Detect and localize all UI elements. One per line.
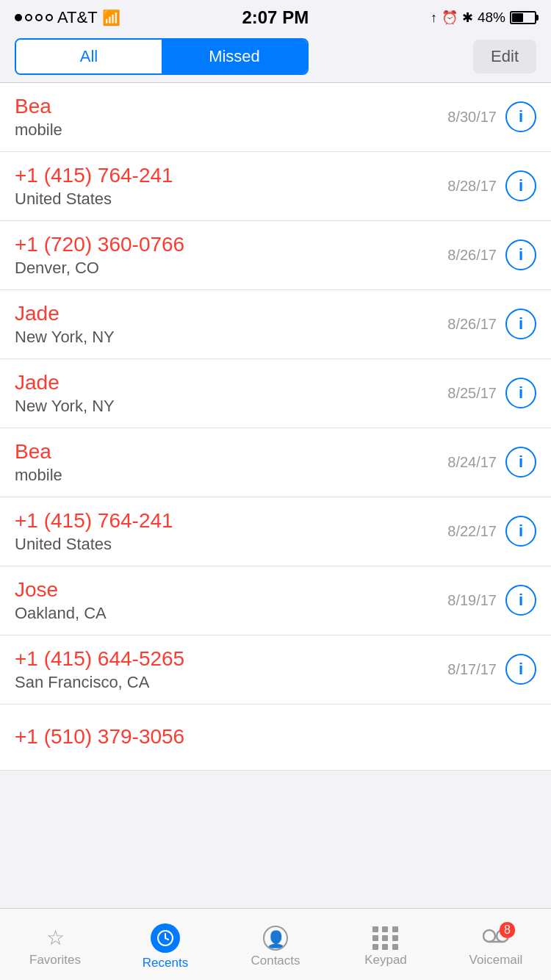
call-date: 8/25/17 xyxy=(447,385,497,402)
call-meta: 8/28/17 i xyxy=(447,170,536,201)
call-name: Jose xyxy=(15,577,447,603)
call-name: +1 (415) 764-241 xyxy=(15,508,447,534)
call-info: Bea mobile xyxy=(15,439,447,486)
voicemail-badge: 8 xyxy=(500,922,515,938)
call-meta: 8/22/17 i xyxy=(447,516,536,547)
call-meta: 8/30/17 i xyxy=(447,101,536,132)
call-date: 8/19/17 xyxy=(447,592,497,609)
tab-contacts[interactable]: 👤 Contacts xyxy=(220,921,331,968)
call-meta: 8/26/17 i xyxy=(447,239,536,270)
call-name: Bea xyxy=(15,93,447,120)
call-name: +1 (510) 379-3056 xyxy=(15,724,536,750)
call-sub: United States xyxy=(15,534,447,555)
call-info: +1 (415) 764-241 United States xyxy=(15,508,447,555)
info-button[interactable]: i xyxy=(505,654,536,685)
svg-line-2 xyxy=(165,938,168,940)
signal-dots xyxy=(15,14,53,21)
bluetooth-icon: ✱ xyxy=(462,10,473,26)
call-item[interactable]: Jade New York, NY 8/25/17 i xyxy=(0,359,551,428)
call-info: +1 (510) 379-3056 xyxy=(15,724,536,750)
call-item[interactable]: Bea mobile 8/30/17 i xyxy=(0,83,551,152)
call-item[interactable]: +1 (720) 360-0766 Denver, CO 8/26/17 i xyxy=(0,221,551,290)
tab-favorites[interactable]: ☆ Favorites xyxy=(0,921,110,968)
edit-button[interactable]: Edit xyxy=(473,40,536,73)
segmented-control[interactable]: All Missed xyxy=(15,38,309,75)
location-icon: ↑ xyxy=(431,10,437,26)
battery-icon xyxy=(510,11,536,24)
tab-contacts-label: Contacts xyxy=(251,954,300,968)
contacts-person-icon: 👤 xyxy=(263,926,288,951)
alarm-icon: ⏰ xyxy=(442,10,458,26)
tab-recents[interactable]: Recents xyxy=(110,919,220,970)
call-meta: 8/17/17 i xyxy=(447,654,536,685)
call-info: Jade New York, NY xyxy=(15,370,447,417)
call-item[interactable]: +1 (415) 644-5265 San Francisco, CA 8/17… xyxy=(0,635,551,705)
battery-percent: 48% xyxy=(478,10,505,26)
call-meta: 8/24/17 i xyxy=(447,447,536,478)
call-info: Bea mobile xyxy=(15,93,447,141)
call-date: 8/24/17 xyxy=(447,454,497,471)
svg-point-3 xyxy=(483,930,495,942)
tab-voicemail[interactable]: 8 Voicemail xyxy=(441,922,551,968)
status-left: AT&T 📶 xyxy=(15,8,120,27)
call-name: +1 (415) 764-241 xyxy=(15,162,447,189)
call-info: +1 (415) 644-5265 San Francisco, CA xyxy=(15,646,447,693)
call-item[interactable]: Bea mobile 8/24/17 i xyxy=(0,428,551,497)
call-sub: Oakland, CA xyxy=(15,603,447,624)
status-right: ↑ ⏰ ✱ 48% xyxy=(431,10,536,26)
info-button[interactable]: i xyxy=(505,101,536,132)
call-info: Jade New York, NY xyxy=(15,300,447,348)
tab-bar: ☆ Favorites Recents 👤 Contacts Keypad xyxy=(0,908,551,980)
call-date: 8/22/17 xyxy=(447,523,497,540)
person-icon: 👤 xyxy=(266,930,286,949)
call-name: Jade xyxy=(15,370,447,396)
call-sub: San Francisco, CA xyxy=(15,672,447,693)
tab-keypad[interactable]: Keypad xyxy=(331,922,441,968)
call-item[interactable]: +1 (415) 764-241 United States 8/28/17 i xyxy=(0,152,551,221)
info-button[interactable]: i xyxy=(505,309,536,339)
missed-filter-button[interactable]: Missed xyxy=(162,40,307,73)
call-info: +1 (415) 764-241 United States xyxy=(15,162,447,210)
call-item[interactable]: Jade New York, NY 8/26/17 i xyxy=(0,290,551,359)
call-meta: 8/19/17 i xyxy=(447,585,536,616)
all-filter-button[interactable]: All xyxy=(16,40,162,73)
tab-voicemail-label: Voicemail xyxy=(469,953,523,968)
call-date: 8/26/17 xyxy=(447,316,497,333)
signal-dot-1 xyxy=(15,14,22,21)
call-sub: mobile xyxy=(15,120,447,141)
call-name: +1 (720) 360-0766 xyxy=(15,231,447,258)
info-button[interactable]: i xyxy=(505,516,536,547)
call-sub: New York, NY xyxy=(15,327,447,348)
signal-dot-4 xyxy=(46,14,53,21)
info-button[interactable]: i xyxy=(505,585,536,616)
favorites-star-icon: ☆ xyxy=(46,926,65,950)
call-sub: New York, NY xyxy=(15,396,447,417)
call-date: 8/17/17 xyxy=(447,661,497,678)
signal-dot-3 xyxy=(35,14,43,21)
call-item[interactable]: +1 (510) 379-3056 xyxy=(0,705,551,771)
call-info: Jose Oakland, CA xyxy=(15,577,447,624)
call-item[interactable]: +1 (415) 764-241 United States 8/22/17 i xyxy=(0,497,551,566)
info-button[interactable]: i xyxy=(505,447,536,478)
call-date: 8/28/17 xyxy=(447,178,497,195)
info-button[interactable]: i xyxy=(505,239,536,270)
call-name: +1 (415) 644-5265 xyxy=(15,646,447,672)
signal-dot-2 xyxy=(25,14,32,21)
call-list: Bea mobile 8/30/17 i +1 (415) 764-241 Un… xyxy=(0,83,551,771)
info-button[interactable]: i xyxy=(505,378,536,408)
recents-clock-icon xyxy=(151,923,180,953)
call-sub: United States xyxy=(15,189,447,210)
keypad-icon xyxy=(372,926,399,950)
call-sub: mobile xyxy=(15,465,447,486)
wifi-icon: 📶 xyxy=(102,9,120,26)
call-date: 8/30/17 xyxy=(447,109,497,126)
call-meta: 8/25/17 i xyxy=(447,378,536,408)
info-button[interactable]: i xyxy=(505,170,536,201)
tab-recents-label: Recents xyxy=(143,956,188,970)
call-meta: 8/26/17 i xyxy=(447,309,536,339)
call-item[interactable]: Jose Oakland, CA 8/19/17 i xyxy=(0,566,551,635)
call-date: 8/26/17 xyxy=(447,247,497,264)
carrier-name: AT&T xyxy=(57,8,98,27)
tab-favorites-label: Favorites xyxy=(29,953,81,968)
tab-keypad-label: Keypad xyxy=(364,953,407,968)
